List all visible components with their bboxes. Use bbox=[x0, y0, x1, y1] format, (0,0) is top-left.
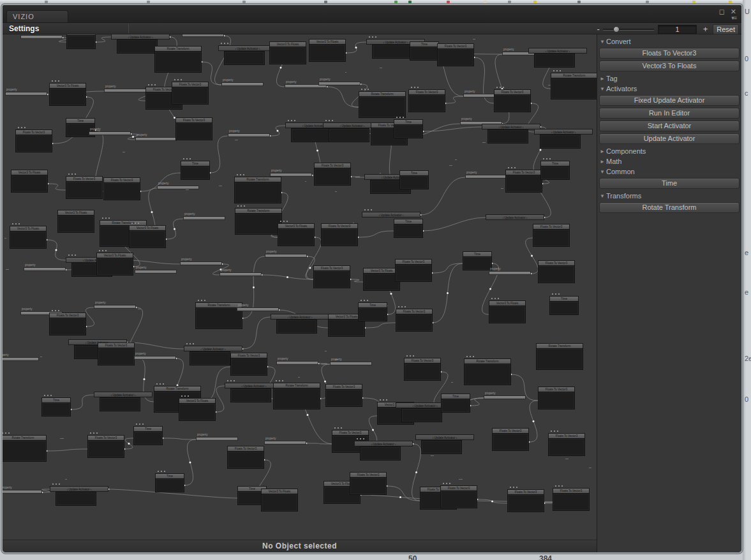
graph-node-f2v[interactable]: Floats To Vector3 bbox=[553, 485, 590, 511]
zoom-in-button[interactable]: + bbox=[702, 24, 709, 34]
graph-node-prop[interactable]: property bbox=[157, 181, 199, 189]
sidebar-section-common[interactable]: ▼Common bbox=[599, 166, 740, 177]
zoom-out-button[interactable]: - bbox=[595, 24, 602, 34]
graph-node-prop[interactable]: property bbox=[3, 485, 42, 494]
graph-node-upd[interactable]: ‹ Update Activator › bbox=[486, 214, 544, 220]
graph-node-time[interactable]: Time bbox=[441, 394, 470, 413]
graph-node-f2v[interactable]: Floats To Vector3 bbox=[548, 431, 585, 456]
graph-node-time[interactable]: Time bbox=[155, 471, 184, 492]
graph-node-upd[interactable]: ‹ Update Activator › bbox=[415, 434, 474, 454]
graph-node-prop[interactable]: property bbox=[276, 357, 318, 365]
graph-node-f2v[interactable]: Floats To Vector3 bbox=[103, 177, 140, 200]
graph-node-v2f[interactable]: Vector3 To Floats bbox=[11, 170, 48, 193]
graph-node-f2v[interactable]: Floats To Vector3 bbox=[494, 87, 531, 112]
graph-node-rot[interactable]: Rotate Transform bbox=[195, 300, 242, 329]
graph-node-v2f[interactable]: Vector3 To Floats bbox=[278, 221, 315, 246]
graph-node-v2f[interactable]: Vector3 To Floats bbox=[489, 298, 526, 323]
graph-node-time[interactable]: Time bbox=[410, 41, 439, 61]
graph-node-upd[interactable]: ‹ Update Activator › bbox=[94, 392, 152, 411]
graph-node-upd[interactable]: ‹ Update Activator › bbox=[218, 43, 277, 65]
graph-node-prop[interactable]: property bbox=[135, 133, 177, 141]
graph-node-f2v[interactable]: Floats To Vector3 bbox=[313, 265, 350, 288]
graph-node-rot[interactable]: Rotate Transform bbox=[359, 89, 406, 118]
graph-node-prop[interactable]: property bbox=[24, 263, 66, 271]
maximize-icon[interactable]: ◻ bbox=[719, 8, 725, 16]
graph-node-v2f[interactable]: Vector3 To Floats bbox=[309, 39, 346, 62]
graph-node-f2v[interactable]: Floats To Vector3 bbox=[227, 446, 264, 469]
graph-node-prop[interactable]: property bbox=[196, 432, 238, 441]
graph-node-prop[interactable]: property bbox=[264, 436, 306, 445]
graph-node-prop[interactable]: property bbox=[237, 303, 279, 311]
graph-node-rot[interactable]: Rotate Transform bbox=[536, 343, 583, 370]
graph-node-v2f[interactable]: Vector3 To Floats bbox=[57, 210, 94, 233]
zoom-slider-track[interactable] bbox=[603, 26, 654, 33]
graph-node-f2v[interactable]: Floats To Vector3 bbox=[507, 487, 544, 512]
sidebar-section-math[interactable]: ►Math bbox=[599, 156, 740, 166]
graph-node-time[interactable]: Time bbox=[399, 170, 429, 189]
graph-node-f2v[interactable]: Floats To Vector3 bbox=[396, 306, 433, 332]
graph-node-f2v[interactable]: Floats To Vector3 bbox=[172, 79, 209, 105]
graph-node-upd[interactable]: ‹ Update Activator › bbox=[534, 129, 593, 149]
graph-node-v2f[interactable]: Vector3 To Floats bbox=[129, 223, 166, 248]
graph-node-f2v[interactable]: Floats To Vector3 bbox=[49, 310, 86, 335]
graph-node-f2v[interactable]: Floats To Vector3 bbox=[175, 117, 212, 140]
graph-node-prop[interactable]: property bbox=[183, 212, 225, 220]
graph-node-f2v[interactable]: Floats To Vector3 bbox=[440, 483, 477, 508]
graph-node-prop[interactable]: property bbox=[134, 351, 176, 360]
graph-node-time[interactable]: Time bbox=[133, 424, 163, 445]
graph-node-f2v[interactable]: Floats To Vector3 bbox=[408, 87, 445, 112]
graph-node-f2v[interactable]: Floats To Vector3 bbox=[492, 428, 529, 451]
graph-node-time[interactable]: Time bbox=[394, 117, 423, 138]
tab-menu-icon[interactable]: ▾≡ bbox=[731, 15, 736, 21]
graph-node-rot[interactable]: Rotate Transform bbox=[3, 432, 47, 462]
sidebar-item-start-activator[interactable]: Start Activator bbox=[599, 121, 740, 131]
graph-node-v2f[interactable]: Vector3 To Floats bbox=[49, 80, 86, 106]
graph-node-rot[interactable]: Rotate Transform bbox=[235, 205, 282, 235]
graph-node-prop[interactable]: property bbox=[228, 129, 270, 137]
sidebar-item-vector3-to-floats[interactable]: Vector3 To Floats bbox=[599, 61, 740, 71]
graph-node-f2v[interactable]: Floats To Vector3 bbox=[15, 127, 52, 152]
graph-node-prop[interactable]: property bbox=[3, 353, 39, 361]
graph-node-prop[interactable]: property bbox=[182, 34, 224, 37]
graph-node-f2v[interactable]: Floats To Vector3 bbox=[538, 260, 575, 283]
graph-node-prop[interactable]: property bbox=[484, 391, 526, 399]
graph-node-prop[interactable]: property bbox=[104, 84, 146, 92]
graph-node-time[interactable]: Time bbox=[463, 251, 492, 270]
settings-button[interactable]: Settings bbox=[3, 24, 45, 33]
graph-node-prop[interactable]: property bbox=[94, 300, 136, 309]
sidebar-section-transforms[interactable]: ▼Transforms bbox=[599, 191, 740, 201]
graph-node-prop[interactable]: property bbox=[330, 357, 372, 365]
graph-node-prop[interactable]: property bbox=[489, 267, 531, 275]
graph-node-prop[interactable]: property bbox=[465, 170, 507, 179]
graph-node-f2v[interactable]: Floats To Vector3 bbox=[321, 223, 358, 246]
sidebar-item-floats-to-vector3[interactable]: Floats To Vector3 bbox=[599, 48, 740, 59]
sidebar-item-update-activator[interactable]: Update Activator bbox=[599, 133, 740, 144]
graph-node-f2v[interactable]: Floats To Vector3 bbox=[437, 43, 474, 66]
graph-node-prop[interactable]: property bbox=[219, 268, 262, 276]
graph-node-f2v[interactable]: Floats To Vector3 bbox=[98, 343, 135, 365]
graph-node-prop[interactable]: property bbox=[135, 265, 177, 274]
graph-node-time[interactable]: Time bbox=[549, 293, 579, 315]
tab-vizio[interactable]: VIZIO bbox=[6, 10, 68, 22]
graph-node-f2v[interactable]: Floats To Vector3 bbox=[395, 259, 432, 282]
graph-node-f2v[interactable]: Floats To Vector3 bbox=[350, 472, 387, 495]
graph-node-time[interactable]: Time bbox=[66, 34, 96, 49]
graph-node-f2v[interactable]: Floats To Vector3 bbox=[404, 355, 441, 381]
graph-node-upd[interactable]: ‹ Update Activator › bbox=[528, 48, 587, 68]
graph-node-f2v[interactable]: Floats To Vector3 bbox=[66, 173, 103, 199]
graph-node-f2v[interactable]: Floats To Vector3 bbox=[538, 387, 575, 409]
graph-node-upd[interactable]: ‹ Update Activator › bbox=[482, 124, 540, 144]
graph-node-time[interactable]: Time bbox=[540, 158, 570, 180]
graph-node-time[interactable]: Time bbox=[358, 300, 387, 321]
graph-node-rot[interactable]: Rotate Transform bbox=[273, 380, 320, 409]
graph-node-rot[interactable]: Rotate Transform bbox=[464, 356, 511, 385]
graph-node-prop[interactable]: property bbox=[89, 127, 131, 135]
graph-node-prop[interactable]: property bbox=[20, 34, 63, 39]
graph-node-f2v[interactable]: Floats To Vector3 bbox=[325, 384, 362, 407]
graph-node-f2v[interactable]: Floats To Vector3 bbox=[533, 224, 570, 247]
graph-node-upd[interactable]: ‹ Update Activator › bbox=[271, 314, 329, 334]
graph-node-v2f[interactable]: Vector3 To Floats bbox=[269, 41, 306, 64]
graph-node-f2v[interactable]: Floats To Vector3 bbox=[505, 167, 542, 193]
graph-node-time[interactable]: Time bbox=[394, 219, 423, 238]
zoom-value-field[interactable]: 1 bbox=[658, 25, 697, 34]
